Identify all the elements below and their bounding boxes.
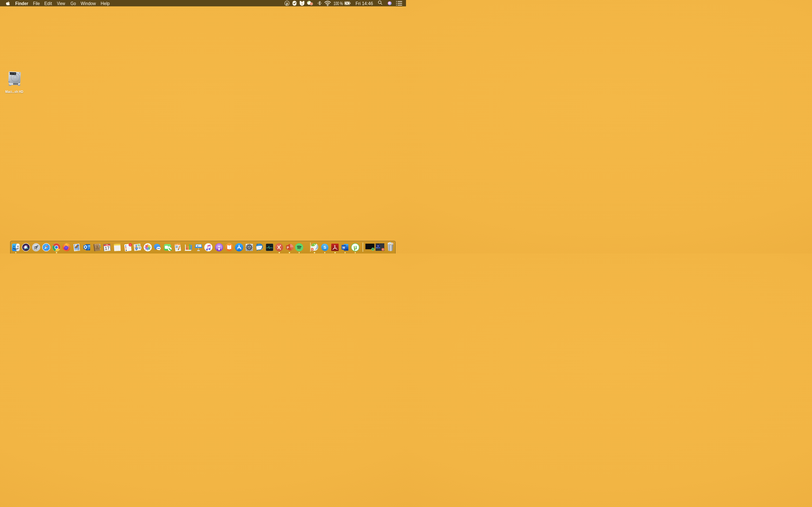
svg-text:1: 1: [130, 244, 131, 246]
svg-text:17: 17: [105, 245, 110, 251]
svg-text:P: P: [287, 246, 289, 249]
svg-text:µ: µ: [286, 1, 289, 5]
svg-text:3D: 3D: [139, 247, 141, 249]
svg-text:W: W: [342, 246, 345, 249]
svg-text:S: S: [323, 245, 326, 249]
svg-text:µ: µ: [353, 244, 357, 250]
svg-text:KEYNOTE: KEYNOTE: [198, 245, 200, 245]
